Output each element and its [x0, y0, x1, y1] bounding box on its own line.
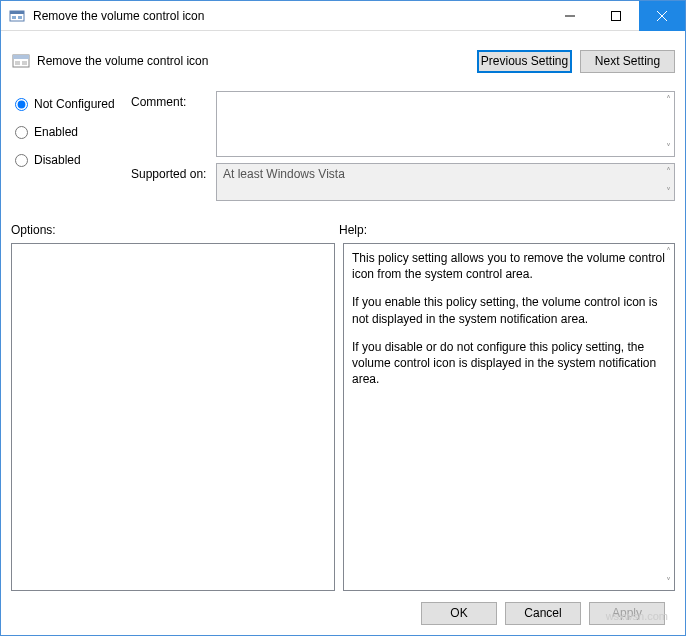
radio-not-configured-input[interactable] — [15, 98, 28, 111]
radio-label: Not Configured — [34, 97, 115, 111]
content-area: Remove the volume control icon Previous … — [1, 31, 685, 635]
policy-icon — [11, 51, 31, 71]
svg-rect-11 — [22, 61, 27, 65]
radio-label: Enabled — [34, 125, 78, 139]
policy-title: Remove the volume control icon — [37, 54, 469, 68]
help-paragraph: If you enable this policy setting, the v… — [352, 294, 666, 326]
window-title: Remove the volume control icon — [33, 9, 547, 23]
help-panel: This policy setting allows you to remove… — [343, 243, 675, 591]
dialog-footer: OK Cancel Apply — [11, 591, 675, 635]
help-paragraph: This policy setting allows you to remove… — [352, 250, 666, 282]
radio-disabled-input[interactable] — [15, 154, 28, 167]
comment-row: Comment: ˄ ˅ — [131, 91, 675, 157]
supported-label: Supported on: — [131, 163, 216, 201]
scroll-down-icon: ˅ — [666, 577, 671, 587]
apply-button[interactable]: Apply — [589, 602, 665, 625]
meta-column: Comment: ˄ ˅ Supported on: At least Wind… — [131, 91, 675, 207]
radio-not-configured[interactable]: Not Configured — [15, 91, 131, 117]
next-setting-button[interactable]: Next Setting — [580, 50, 675, 73]
svg-rect-2 — [12, 16, 16, 19]
config-row: Not Configured Enabled Disabled Comment:… — [11, 91, 675, 207]
svg-rect-3 — [18, 16, 22, 19]
radio-label: Disabled — [34, 153, 81, 167]
supported-row: Supported on: At least Windows Vista ˄ ˅ — [131, 163, 675, 201]
scroll-down-icon: ˅ — [666, 187, 671, 197]
scroll-down-icon: ˅ — [666, 143, 671, 153]
minimize-button[interactable] — [547, 1, 593, 31]
svg-rect-10 — [15, 61, 20, 65]
supported-text: At least Windows Vista — [223, 167, 345, 181]
previous-setting-button[interactable]: Previous Setting — [477, 50, 572, 73]
svg-rect-1 — [10, 11, 24, 14]
scroll-up-icon: ˄ — [666, 167, 671, 177]
close-button[interactable] — [639, 1, 685, 31]
title-bar: Remove the volume control icon — [1, 1, 685, 31]
header-row: Remove the volume control icon Previous … — [11, 41, 675, 81]
svg-rect-9 — [13, 55, 29, 59]
radio-disabled[interactable]: Disabled — [15, 147, 131, 173]
ok-button[interactable]: OK — [421, 602, 497, 625]
app-icon — [9, 8, 25, 24]
options-label: Options: — [11, 223, 339, 237]
scroll-up-icon: ˄ — [666, 95, 671, 105]
panel-labels-row: Options: Help: — [11, 223, 675, 237]
scroll-up-icon: ˄ — [666, 247, 671, 257]
svg-rect-5 — [612, 11, 621, 20]
panels-row: This policy setting allows you to remove… — [11, 243, 675, 591]
help-label: Help: — [339, 223, 367, 237]
maximize-button[interactable] — [593, 1, 639, 31]
radio-enabled[interactable]: Enabled — [15, 119, 131, 145]
comment-textarea[interactable]: ˄ ˅ — [216, 91, 675, 157]
supported-textbox: At least Windows Vista ˄ ˅ — [216, 163, 675, 201]
help-paragraph: If you disable or do not configure this … — [352, 339, 666, 388]
state-radio-group: Not Configured Enabled Disabled — [11, 91, 131, 207]
comment-label: Comment: — [131, 91, 216, 157]
options-panel — [11, 243, 335, 591]
radio-enabled-input[interactable] — [15, 126, 28, 139]
cancel-button[interactable]: Cancel — [505, 602, 581, 625]
